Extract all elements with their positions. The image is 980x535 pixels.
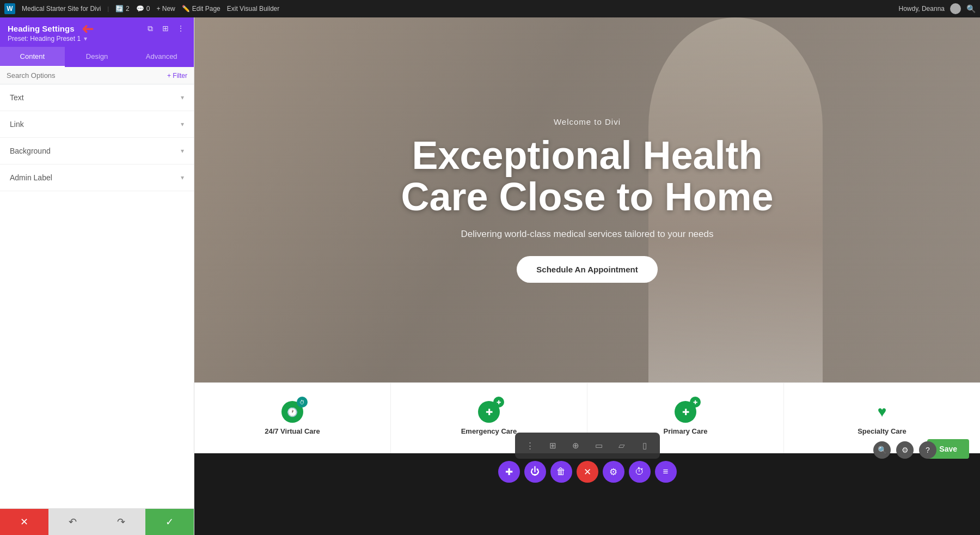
settings-list: Text ▾ Link ▾ Background ▾ Admin Label ▾ (0, 84, 194, 508)
preset-label[interactable]: Preset: Heading Preset 1 (8, 35, 81, 42)
settings-right-icon[interactable]: ⚙ (896, 441, 914, 459)
hero-title: Exceptional Health Care Close to Home (364, 135, 811, 217)
redo-button[interactable]: ↷ (97, 509, 145, 535)
exit-builder-link[interactable]: Exit Visual Builder (227, 5, 280, 13)
settings-item-admin-label[interactable]: Admin Label ▾ (0, 165, 194, 191)
avatar[interactable] (950, 3, 961, 14)
add-button[interactable]: ✚ (498, 461, 520, 483)
search-input[interactable] (7, 71, 163, 80)
toolbar-search-button[interactable]: ⊕ (566, 436, 586, 455)
settings-item-link[interactable]: Link ▾ (0, 111, 194, 138)
primary-care-badge: ✚ (690, 397, 701, 408)
confirm-button[interactable]: ✓ (145, 509, 194, 535)
cancel-button[interactable]: ✕ (0, 509, 48, 535)
left-panel: Heading Settings ⧉ ⊞ ⋮ Preset: Heading P… (0, 17, 194, 535)
primary-care-label: Primary Care (664, 427, 708, 435)
tab-design[interactable]: Design (65, 47, 130, 67)
schedule-appointment-button[interactable]: Schedule An Appointment (517, 256, 657, 283)
site-name[interactable]: Medical Starter Site for Divi (22, 5, 101, 13)
virtual-care-badge: ⏱ (297, 397, 308, 408)
tab-content[interactable]: Content (0, 47, 65, 67)
preview-area: Welcome to Divi Exceptional Health Care … (194, 17, 980, 535)
main-layout: Heading Settings ⧉ ⊞ ⋮ Preset: Heading P… (0, 17, 980, 535)
filter-button[interactable]: + Filter (167, 72, 187, 80)
service-card-virtual-care: 🕐 ⏱ 24/7 Virtual Care (194, 383, 391, 453)
virtual-care-label: 24/7 Virtual Care (265, 427, 320, 435)
hero-description: Delivering world-class medical services … (364, 229, 811, 240)
undo-button[interactable]: ↶ (48, 509, 97, 535)
admin-bar: W Medical Starter Site for Divi | 🔄 2 💬 … (0, 0, 980, 17)
howdy-label: Howdy, Deanna (899, 5, 945, 13)
new-button[interactable]: + New (156, 5, 175, 13)
clock-button[interactable]: ⏱ (629, 461, 651, 483)
more-icon[interactable]: ⋮ (175, 23, 186, 34)
panel-tabs: Content Design Advanced (0, 47, 194, 67)
admin-search-icon[interactable]: 🔍 (966, 4, 976, 13)
settings-item-text[interactable]: Text ▾ (0, 84, 194, 111)
panel-header: Heading Settings ⧉ ⊞ ⋮ Preset: Heading P… (0, 17, 194, 47)
comment-count[interactable]: 💬 0 (136, 5, 150, 13)
panel-bottom-actions: ✕ ↶ ↷ ✓ (0, 508, 194, 535)
toolbar-desktop-button[interactable]: ▭ (589, 436, 609, 455)
layout-icon[interactable]: ⊞ (160, 23, 171, 34)
action-buttons-row: ✚ ⏻ 🗑 ✕ ⚙ ⏱ ≡ (498, 461, 677, 483)
link-chevron-icon: ▾ (181, 120, 184, 128)
panel-header-icons: ⧉ ⊞ ⋮ (145, 23, 186, 34)
sep1: | (107, 6, 109, 12)
background-chevron-icon: ▾ (181, 147, 184, 155)
power-button[interactable]: ⏻ (524, 461, 546, 483)
edit-page-link[interactable]: ✏️ Edit Page (182, 5, 220, 13)
emergency-care-badge: ✚ (493, 397, 504, 408)
close-button[interactable]: ✕ (577, 461, 598, 483)
preset-chevron[interactable]: ▾ (84, 35, 87, 42)
help-right-icon[interactable]: ? (919, 441, 936, 459)
admin-label-chevron-icon: ▾ (181, 174, 184, 181)
specialty-care-icon: ♥ (871, 401, 893, 423)
panel-title: Heading Settings (8, 24, 75, 33)
toolbar-grid-button[interactable]: ⊞ (543, 436, 563, 455)
copy-icon[interactable]: ⧉ (145, 23, 156, 34)
wp-icon[interactable]: W (4, 3, 15, 14)
trash-button[interactable]: 🗑 (550, 461, 572, 483)
hero-content: Welcome to Divi Exceptional Health Care … (342, 117, 832, 282)
emergency-care-label: Emergency Care (461, 427, 517, 435)
panel-search-bar: + Filter (0, 67, 194, 84)
tab-advanced[interactable]: Advanced (129, 47, 194, 67)
hero-section: Welcome to Divi Exceptional Health Care … (194, 17, 980, 382)
floating-toolbar: ⋮ ⊞ ⊕ ▭ ▱ ▯ (515, 433, 660, 459)
text-chevron-icon: ▾ (181, 94, 184, 101)
toolbar-right-icons: 🔍 ⚙ ? (873, 441, 936, 459)
gear-button[interactable]: ⚙ (603, 461, 624, 483)
update-count[interactable]: 🔄 2 (115, 5, 130, 13)
settings-item-background[interactable]: Background ▾ (0, 138, 194, 165)
toolbar-dots-button[interactable]: ⋮ (520, 436, 540, 455)
hero-subtitle: Welcome to Divi (364, 117, 811, 126)
bars-button[interactable]: ≡ (655, 461, 677, 483)
specialty-care-label: Specialty Care (857, 427, 906, 435)
search-right-icon[interactable]: 🔍 (873, 441, 891, 459)
toolbar-mobile-button[interactable]: ▯ (635, 436, 654, 455)
toolbar-tablet-button[interactable]: ▱ (612, 436, 632, 455)
